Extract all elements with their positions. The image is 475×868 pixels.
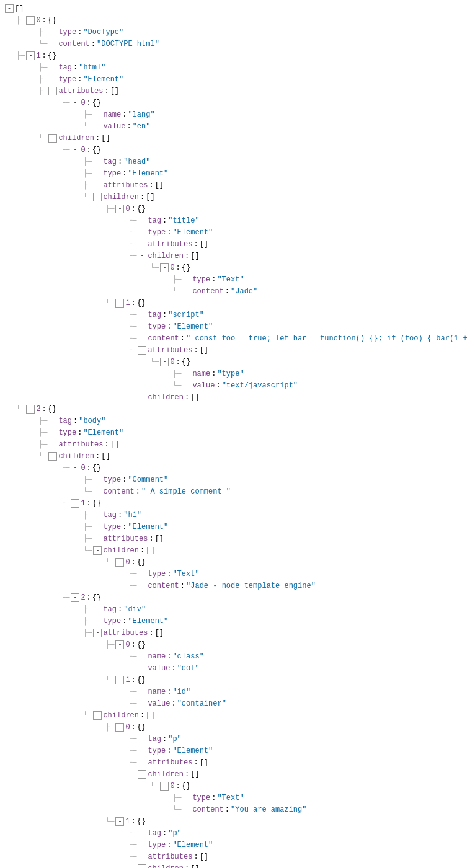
toggle-div-attr-1[interactable]: -	[115, 676, 124, 684]
toggle-p1-children[interactable]: -	[138, 864, 146, 869]
toggle-p1[interactable]: -	[115, 817, 124, 826]
root-node: - []	[5, 2, 470, 14]
toggle-1-children[interactable]: -	[48, 134, 57, 143]
toggle-0[interactable]: -	[26, 16, 35, 25]
node-0-content: └─ content : "DOCTYPE html"	[38, 38, 470, 50]
toggle-2[interactable]: -	[26, 405, 35, 414]
toggle-1-attr-0[interactable]: -	[71, 99, 79, 107]
toggle-div-attrs[interactable]: -	[93, 629, 102, 637]
key-0: 0	[36, 15, 40, 26]
val-content: "DOCTYPE html"	[97, 38, 159, 50]
toggle-1-child-0[interactable]: -	[71, 146, 79, 154]
toggle-p0[interactable]: -	[115, 723, 124, 732]
toggle-script[interactable]: -	[115, 299, 124, 308]
tree-container: - [] ├─ - 0:{} ├─ type : "DocType" └─ co…	[5, 2, 470, 868]
toggle-1[interactable]: -	[26, 51, 35, 60]
toggle-div[interactable]: -	[71, 593, 79, 602]
toggle-script-attr-0[interactable]: -	[160, 358, 169, 366]
key-1: 1	[36, 50, 40, 61]
toggle-1-attrs[interactable]: -	[48, 87, 57, 95]
toggle-script-attrs[interactable]: -	[138, 346, 146, 355]
root-bracket: []	[15, 3, 24, 14]
node-1: ├─ - 1 : {}	[16, 50, 470, 61]
val-type: "DocType"	[83, 27, 123, 38]
key-content: content	[58, 38, 89, 50]
toggle-p0-text[interactable]: -	[160, 782, 169, 790]
node-1-children: └─ - children : []	[38, 132, 470, 144]
toggle-h1-text[interactable]: -	[115, 558, 124, 567]
toggle-div-attr-0[interactable]: -	[115, 640, 124, 649]
node-0: ├─ - 0:{}	[16, 14, 470, 26]
node-1-attributes: ├─ - attributes : []	[38, 85, 470, 97]
toggle-h1-children[interactable]: -	[93, 546, 102, 555]
toggle-p0-children[interactable]: -	[138, 770, 146, 779]
toggle-h1[interactable]: -	[71, 499, 79, 508]
toggle-div-children[interactable]: -	[93, 711, 102, 720]
toggle-title-children[interactable]: -	[138, 252, 146, 260]
toggle-title[interactable]: -	[115, 205, 124, 213]
node-0-type: ├─ type : "DocType"	[38, 26, 470, 38]
key-2: 2	[36, 404, 40, 415]
toggle-comment[interactable]: -	[71, 464, 79, 472]
toggle-head-children[interactable]: -	[93, 193, 102, 202]
root-toggle[interactable]: -	[5, 4, 14, 13]
toggle-title-text[interactable]: -	[160, 264, 169, 272]
node-2: └─ - 2 : {}	[16, 403, 470, 415]
toggle-body-children[interactable]: -	[48, 452, 57, 461]
key-type: type	[58, 27, 76, 38]
